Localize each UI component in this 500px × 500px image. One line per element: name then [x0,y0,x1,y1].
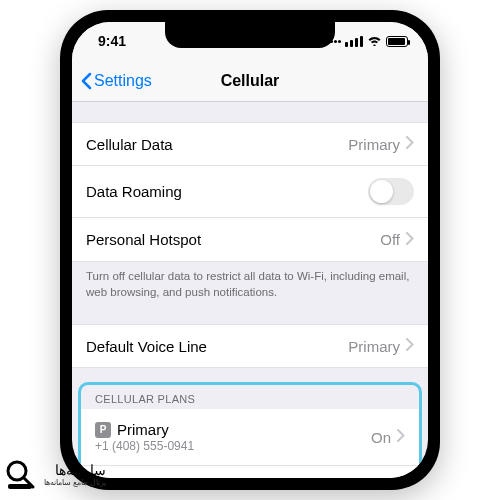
cellular-data-label: Cellular Data [86,136,348,153]
row-default-voice-line[interactable]: Default Voice Line Primary [72,324,428,368]
back-label: Settings [94,72,152,90]
chevron-left-icon [80,72,92,90]
voice-line-label: Default Voice Line [86,338,348,355]
voice-line-value: Primary [348,338,400,355]
data-roaming-label: Data Roaming [86,183,368,200]
content-scroll[interactable]: Cellular Data Primary Data Roaming Perso… [72,102,428,478]
notch [165,22,335,48]
plan-number-primary: +1 (408) 555-0941 [95,439,371,453]
footnote-text: Turn off cellular data to restrict all d… [72,262,428,300]
row-personal-hotspot[interactable]: Personal Hotspot Off [72,218,428,262]
wifi-icon [367,33,382,49]
hotspot-value: Off [380,231,400,248]
plans-header: CELLULAR PLANS [81,385,419,409]
phone-frame: 9:41 Settings Cellular [60,10,440,490]
watermark-title: سامانه‌ها [44,462,106,478]
chevron-right-icon [406,135,414,153]
watermark-subtitle: پرتال جامع سامانه‌ها [44,478,106,487]
chevron-right-icon [397,428,405,446]
chevron-right-icon [406,231,414,249]
battery-icon [386,36,408,47]
screen: 9:41 Settings Cellular [72,22,428,478]
data-roaming-toggle[interactable] [368,178,414,205]
plan-badge-primary: P [95,422,111,438]
cellular-data-value: Primary [348,136,400,153]
group-cellular: Cellular Data Primary Data Roaming Perso… [72,122,428,262]
hotspot-label: Personal Hotspot [86,231,380,248]
row-cellular-data[interactable]: Cellular Data Primary [72,122,428,166]
chevron-right-icon [406,337,414,355]
cellular-plans-highlight: CELLULAR PLANS P Primary +1 (408) 555-09… [78,382,422,478]
group-voice: Default Voice Line Primary [72,324,428,368]
plan-status-primary: On [371,429,391,446]
nav-bar: Settings Cellular [72,60,428,102]
svg-rect-2 [8,484,32,489]
row-plan-secondary[interactable]: S Secondary +1 (408) 555-0942 On [81,466,419,478]
row-data-roaming: Data Roaming [72,166,428,218]
watermark-logo-icon [0,454,40,494]
plan-name-primary: Primary [117,421,169,438]
row-plan-primary[interactable]: P Primary +1 (408) 555-0941 On [81,409,419,466]
status-time: 9:41 [98,33,126,49]
watermark: سامانه‌ها پرتال جامع سامانه‌ها [0,454,106,494]
signal-bars-icon [345,36,363,47]
back-button[interactable]: Settings [72,72,152,90]
